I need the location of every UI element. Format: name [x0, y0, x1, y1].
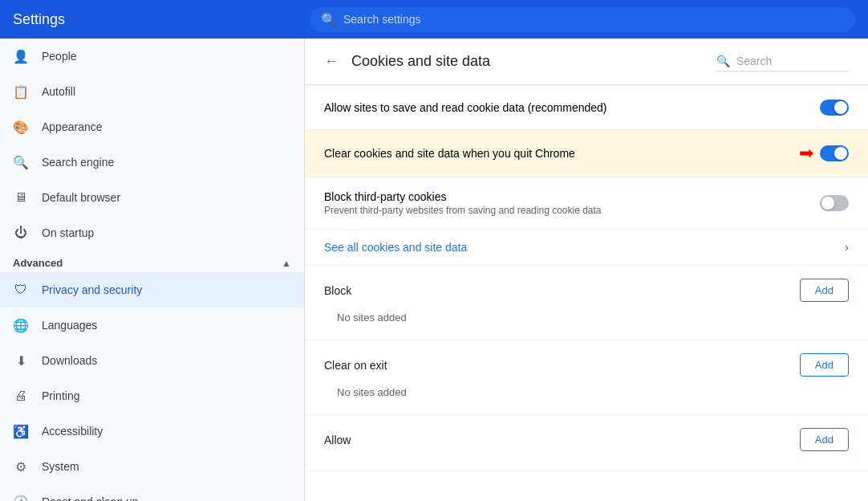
system-icon: ⚙: [13, 458, 29, 475]
sidebar-item-languages[interactable]: 🌐 Languages: [0, 308, 304, 343]
allow-section: Allow Add: [305, 415, 868, 471]
sidebar-item-appearance[interactable]: 🎨 Appearance: [0, 109, 304, 145]
advanced-label: Advanced: [13, 257, 63, 269]
sidebar-item-people[interactable]: 👤 People: [0, 39, 304, 74]
sidebar-item-downloads[interactable]: ⬇ Downloads: [0, 343, 304, 378]
languages-icon: 🌐: [13, 317, 29, 333]
clear-cookies-label: Clear cookies and site data when you qui…: [324, 147, 575, 160]
block-third-party-toggle[interactable]: [820, 195, 849, 211]
app-title: Settings: [13, 11, 310, 28]
back-button[interactable]: ←: [324, 53, 339, 70]
main-layout: 👤 People 📋 Autofill 🎨 Appearance 🔍 Searc…: [0, 39, 868, 501]
advanced-section-header[interactable]: Advanced ▲: [0, 250, 304, 272]
content-header: ← Cookies and site data 🔍: [305, 39, 868, 85]
sidebar-item-printing[interactable]: 🖨 Printing: [0, 378, 304, 413]
advanced-chevron-icon: ▲: [282, 258, 291, 269]
arrow-annotation: ➡: [799, 143, 813, 164]
clear-on-exit-section: Clear on exit Add No sites added: [305, 340, 868, 415]
clear-on-exit-title: Clear on exit: [324, 359, 387, 372]
autofill-icon: 📋: [13, 84, 29, 100]
block-section-title: Block: [324, 284, 351, 297]
block-third-party-label: Block third-party cookies: [324, 190, 602, 203]
search-bar[interactable]: 🔍: [310, 7, 855, 32]
person-icon: 👤: [13, 48, 29, 64]
allow-add-button[interactable]: Add: [800, 428, 849, 451]
reset-icon: 🕐: [13, 494, 29, 501]
block-third-party-sub: Prevent third-party websites from saving…: [324, 205, 602, 216]
header: Settings 🔍: [0, 0, 868, 39]
allow-section-title: Allow: [324, 434, 351, 446]
see-all-label: See all cookies and site data: [324, 241, 467, 254]
sidebar: 👤 People 📋 Autofill 🎨 Appearance 🔍 Searc…: [0, 39, 305, 501]
content-search-icon: 🔍: [716, 55, 730, 67]
sidebar-item-system[interactable]: ⚙ System: [0, 449, 304, 484]
chevron-right-icon: ›: [845, 241, 849, 254]
default-browser-icon: 🖥: [13, 189, 29, 206]
content-title: Cookies and site data: [351, 53, 704, 70]
printing-icon: 🖨: [13, 388, 29, 404]
clear-on-exit-no-sites: No sites added: [324, 383, 849, 401]
sidebar-item-privacy[interactable]: 🛡 Privacy and security: [0, 272, 304, 308]
sidebar-item-default-browser[interactable]: 🖥 Default browser: [0, 180, 304, 215]
clear-cookies-row: Clear cookies and site data when you qui…: [305, 130, 868, 177]
content-search-bar[interactable]: 🔍: [716, 51, 849, 71]
content-area: ← Cookies and site data 🔍 Allow sites to…: [305, 39, 868, 501]
search-input[interactable]: [343, 13, 844, 26]
content-search-input[interactable]: [736, 55, 849, 67]
allow-cookies-toggle[interactable]: [820, 100, 849, 116]
appearance-icon: 🎨: [13, 119, 29, 135]
search-engine-icon: 🔍: [13, 154, 29, 170]
block-third-party-row: Block third-party cookies Prevent third-…: [305, 177, 868, 230]
sidebar-item-accessibility[interactable]: ♿ Accessibility: [0, 413, 304, 449]
downloads-icon: ⬇: [13, 352, 29, 369]
block-add-button[interactable]: Add: [800, 279, 849, 302]
sidebar-item-on-startup[interactable]: ⏻ On startup: [0, 215, 304, 250]
sidebar-item-reset[interactable]: 🕐 Reset and clean up: [0, 484, 304, 501]
block-no-sites: No sites added: [324, 308, 849, 327]
block-section: Block Add No sites added: [305, 266, 868, 340]
allow-cookies-label: Allow sites to save and read cookie data…: [324, 101, 607, 114]
sidebar-item-autofill[interactable]: 📋 Autofill: [0, 74, 304, 109]
search-icon: 🔍: [321, 12, 337, 27]
accessibility-icon: ♿: [13, 423, 29, 439]
allow-cookies-row: Allow sites to save and read cookie data…: [305, 85, 868, 130]
sidebar-item-search-engine[interactable]: 🔍 Search engine: [0, 145, 304, 180]
shield-icon: 🛡: [13, 282, 29, 298]
see-all-cookies-link[interactable]: See all cookies and site data ›: [305, 230, 868, 266]
startup-icon: ⏻: [13, 225, 29, 241]
clear-on-exit-add-button[interactable]: Add: [800, 353, 849, 377]
clear-cookies-toggle[interactable]: [820, 145, 849, 161]
